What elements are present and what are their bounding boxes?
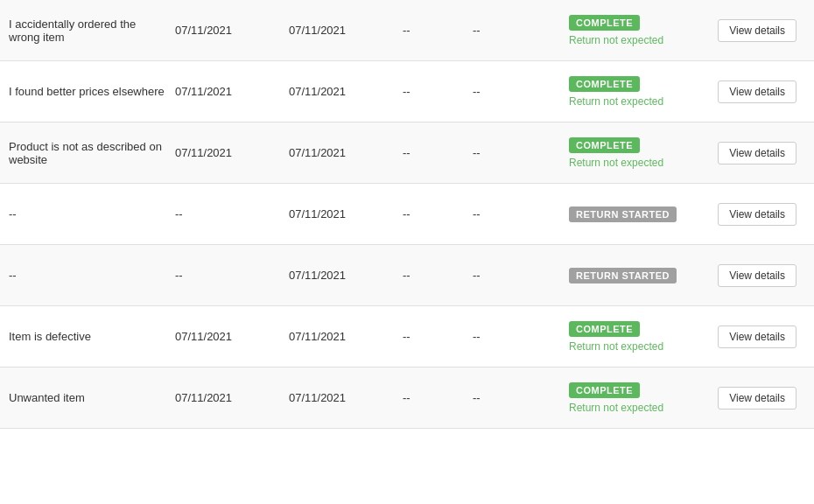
status-cell: RETURN STARTED (569, 268, 709, 284)
status-cell: COMPLETE Return not expected (569, 76, 709, 108)
return-not-expected-label: Return not expected (569, 402, 663, 414)
date2-cell: 07/11/2021 (289, 207, 403, 220)
status-cell: COMPLETE Return not expected (569, 137, 709, 169)
status-cell: COMPLETE Return not expected (569, 321, 709, 353)
dash1-cell: -- (403, 24, 473, 37)
table-row: -- -- 07/11/2021 -- -- RETURN STARTED Vi… (0, 245, 814, 306)
view-details-button[interactable]: View details (718, 203, 796, 226)
return-not-expected-label: Return not expected (569, 95, 663, 108)
status-badge: COMPLETE (569, 137, 640, 153)
reason-cell: -- (9, 269, 175, 282)
action-cell: View details (709, 142, 805, 164)
status-badge: RETURN STARTED (569, 206, 677, 222)
date1-cell: 07/11/2021 (175, 146, 289, 159)
dash2-cell: -- (473, 391, 569, 404)
returns-table: I accidentally ordered the wrong item 07… (0, 0, 814, 429)
action-cell: View details (709, 326, 805, 348)
status-badge: COMPLETE (569, 382, 640, 398)
view-details-button[interactable]: View details (718, 387, 796, 410)
reason-cell: Unwanted item (9, 391, 175, 404)
view-details-button[interactable]: View details (718, 142, 796, 164)
action-cell: View details (709, 264, 805, 287)
reason-cell: I found better prices elsewhere (9, 85, 175, 98)
date1-cell: 07/11/2021 (175, 85, 289, 98)
date1-cell: 07/11/2021 (175, 391, 289, 404)
view-details-button[interactable]: View details (718, 80, 796, 103)
dash1-cell: -- (403, 269, 473, 282)
status-badge: COMPLETE (569, 321, 640, 337)
dash2-cell: -- (473, 269, 569, 282)
table-row: Unwanted item 07/11/2021 07/11/2021 -- -… (0, 368, 814, 429)
date2-cell: 07/11/2021 (289, 85, 403, 98)
action-cell: View details (709, 387, 805, 410)
status-cell: COMPLETE Return not expected (569, 382, 709, 414)
dash2-cell: -- (473, 330, 569, 343)
return-not-expected-label: Return not expected (569, 340, 663, 353)
reason-cell: Item is defective (9, 330, 175, 343)
dash1-cell: -- (403, 207, 473, 220)
dash1-cell: -- (403, 330, 473, 343)
status-cell: COMPLETE Return not expected (569, 15, 709, 46)
view-details-button[interactable]: View details (718, 264, 796, 287)
action-cell: View details (709, 19, 805, 42)
date2-cell: 07/11/2021 (289, 391, 403, 404)
date2-cell: 07/11/2021 (289, 146, 403, 159)
date1-cell: -- (175, 269, 289, 282)
reason-cell: Product is not as described on website (9, 140, 175, 166)
action-cell: View details (709, 203, 805, 226)
date1-cell: 07/11/2021 (175, 330, 289, 343)
date2-cell: 07/11/2021 (289, 330, 403, 343)
table-row: I accidentally ordered the wrong item 07… (0, 0, 814, 61)
dash1-cell: -- (403, 85, 473, 98)
dash1-cell: -- (403, 146, 473, 159)
table-row: Item is defective 07/11/2021 07/11/2021 … (0, 306, 814, 368)
dash2-cell: -- (473, 24, 569, 37)
reason-cell: I accidentally ordered the wrong item (9, 18, 175, 44)
date1-cell: -- (175, 207, 289, 220)
status-cell: RETURN STARTED (569, 206, 709, 222)
date2-cell: 07/11/2021 (289, 269, 403, 282)
status-badge: COMPLETE (569, 15, 640, 31)
action-cell: View details (709, 80, 805, 103)
date2-cell: 07/11/2021 (289, 24, 403, 37)
dash1-cell: -- (403, 391, 473, 404)
view-details-button[interactable]: View details (718, 19, 796, 42)
dash2-cell: -- (473, 85, 569, 98)
return-not-expected-label: Return not expected (569, 157, 663, 169)
return-not-expected-label: Return not expected (569, 34, 663, 46)
status-badge: COMPLETE (569, 76, 640, 92)
reason-cell: -- (9, 207, 175, 220)
dash2-cell: -- (473, 146, 569, 159)
date1-cell: 07/11/2021 (175, 24, 289, 37)
table-row: I found better prices elsewhere 07/11/20… (0, 61, 814, 122)
table-row: Product is not as described on website 0… (0, 122, 814, 184)
view-details-button[interactable]: View details (718, 326, 796, 348)
dash2-cell: -- (473, 207, 569, 220)
status-badge: RETURN STARTED (569, 268, 677, 284)
table-row: -- -- 07/11/2021 -- -- RETURN STARTED Vi… (0, 184, 814, 245)
